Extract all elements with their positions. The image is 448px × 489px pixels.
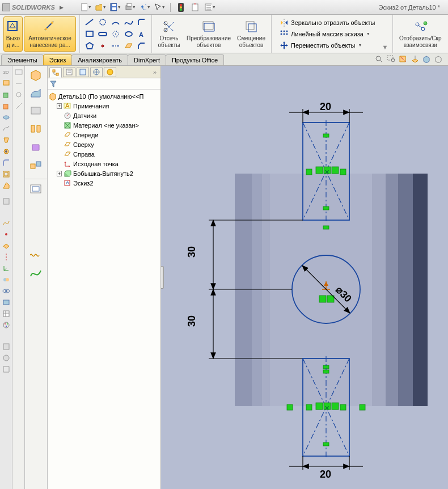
line-tool[interactable] xyxy=(83,16,96,28)
text-tool[interactable]: A xyxy=(136,28,148,40)
tree-annotations[interactable]: + A Примечания xyxy=(49,101,159,111)
panel-tab-property[interactable] xyxy=(63,67,75,77)
lt-refgeom-icon[interactable] xyxy=(1,241,11,251)
tab-analyze[interactable]: Анализировать xyxy=(71,54,128,65)
tree-boss-extrude[interactable]: + Бобышка-Вытянуть2 xyxy=(49,168,159,178)
tree-sketch2[interactable]: Эскиз2 xyxy=(49,178,159,188)
arc-tool[interactable] xyxy=(109,16,122,28)
lt-extrude-icon[interactable] xyxy=(1,90,11,100)
lt-point-icon[interactable] xyxy=(1,229,11,239)
fm-drawing-icon[interactable] xyxy=(27,182,45,197)
lt-bottom3-icon[interactable] xyxy=(1,364,11,374)
fillet-tool[interactable] xyxy=(136,16,148,28)
lt-more1-icon[interactable] xyxy=(1,196,11,206)
menu-chevron-icon[interactable]: ▶ xyxy=(60,5,64,10)
panel-filter-bar[interactable] xyxy=(48,78,160,90)
tree-right-plane[interactable]: Справа xyxy=(49,149,159,159)
select-button[interactable]: ▼ xyxy=(154,2,166,12)
zoom-fit-icon[interactable] xyxy=(375,55,385,64)
chamfer-tool[interactable] xyxy=(136,40,148,52)
save-button[interactable]: ▼ xyxy=(110,2,121,12)
lt-coord-icon[interactable] xyxy=(1,263,11,273)
panel-expand-icon[interactable]: » xyxy=(151,69,159,75)
l2-1[interactable] xyxy=(14,67,24,77)
lt-cut-icon[interactable] xyxy=(1,101,11,111)
linear-pattern-button[interactable]: Линейный массив эскиза▼ xyxy=(277,29,377,39)
tree-front-plane[interactable]: Спереди xyxy=(49,130,159,140)
exit-sketch-button[interactable]: Выхо д и... xyxy=(3,16,23,52)
lt-eval-icon[interactable] xyxy=(1,297,11,307)
section-view-icon[interactable] xyxy=(399,55,409,64)
rectangle-tool[interactable] xyxy=(83,28,96,40)
tree-root[interactable]: Деталь10 (По умолчанию<<П xyxy=(49,91,159,101)
lt-rib-icon[interactable] xyxy=(1,180,11,191)
tree-origin[interactable]: Исходная точка xyxy=(49,159,159,168)
fm-weld-icon[interactable] xyxy=(27,121,45,137)
l2-3[interactable] xyxy=(14,90,24,100)
slot-tool[interactable] xyxy=(96,28,109,40)
trim-button[interactable]: Отсечь объекты xyxy=(155,16,183,52)
lt-appearance-icon[interactable] xyxy=(1,320,11,330)
lt-fillet-icon[interactable] xyxy=(1,158,11,168)
lt-3d[interactable]: 3D xyxy=(1,67,11,77)
traffic-light-icon[interactable] xyxy=(175,2,187,12)
lt-view-icon[interactable] xyxy=(1,286,11,296)
lt-bottom1-icon[interactable] xyxy=(1,342,11,352)
centerline-tool[interactable] xyxy=(109,40,122,52)
lt-shell-icon[interactable] xyxy=(1,169,11,179)
tab-dimxpert[interactable]: DimXpert xyxy=(128,54,166,65)
fm-assy-icon[interactable] xyxy=(27,158,45,174)
panel-tab-feature-tree[interactable] xyxy=(49,68,62,78)
display-style-icon[interactable]: ▼ xyxy=(422,55,433,64)
panel-tab-display[interactable] xyxy=(104,67,116,77)
panel-tab-config[interactable] xyxy=(77,67,89,77)
point-tool[interactable] xyxy=(96,40,109,52)
l2-4[interactable] xyxy=(14,101,24,111)
lt-hole-icon[interactable] xyxy=(1,146,11,157)
circle-tool[interactable] xyxy=(96,16,109,28)
fm-solid-icon[interactable] xyxy=(27,67,45,83)
tab-sketch[interactable]: Эскиз xyxy=(43,54,72,65)
tree-sensors[interactable]: Датчики xyxy=(49,111,159,120)
smart-dimension-button[interactable]: Автоматическое нанесение ра... xyxy=(24,16,76,52)
fm-sheet-icon[interactable] xyxy=(27,103,45,119)
lt-bottom2-icon[interactable] xyxy=(1,353,11,363)
ellipse-tool[interactable] xyxy=(122,28,135,40)
lt-curve-icon[interactable] xyxy=(1,218,11,228)
offset-button[interactable]: Смещение объектов xyxy=(235,16,268,52)
open-file-button[interactable]: ▼ xyxy=(95,2,107,12)
display-relations-button[interactable]: Отобразить/Скр взаимосвязи xyxy=(396,16,444,52)
move-button[interactable]: Переместить объекты▼ xyxy=(277,40,377,50)
polygon-tool[interactable] xyxy=(83,40,96,52)
lt-axis-icon[interactable] xyxy=(1,252,11,262)
lt-revolve-icon[interactable] xyxy=(1,112,11,123)
lt-mate-icon[interactable] xyxy=(1,275,11,285)
convert-button[interactable]: Преобразование объектов xyxy=(184,16,234,52)
rebuild-button[interactable]: ▼ xyxy=(205,2,216,12)
zoom-area-icon[interactable] xyxy=(387,55,397,64)
spline-tool[interactable] xyxy=(122,16,135,28)
fm-spline-icon[interactable] xyxy=(27,265,45,281)
tree-material[interactable]: Материал <не указан> xyxy=(49,120,159,130)
lt-table-icon[interactable] xyxy=(1,309,11,319)
fm-surface-icon[interactable] xyxy=(27,85,45,101)
panel-tab-dimxpert[interactable] xyxy=(90,67,103,77)
undo-button[interactable]: ▼ xyxy=(140,2,151,12)
lt-sweep-icon[interactable] xyxy=(1,124,11,134)
tab-office[interactable]: Продукты Office xyxy=(166,54,224,65)
options-button[interactable] xyxy=(190,2,201,12)
tab-elements[interactable]: Элементы xyxy=(1,54,44,65)
new-file-button[interactable]: ▼ xyxy=(81,2,92,12)
lt-loft-icon[interactable] xyxy=(1,135,11,145)
graphics-area[interactable]: ✕ 20 ⌀30 xyxy=(161,66,448,489)
view-orientation-icon[interactable] xyxy=(411,55,421,64)
perimeter-circle-tool[interactable] xyxy=(109,28,122,40)
plane-tool[interactable] xyxy=(122,40,135,52)
mirror-button[interactable]: Зеркально отразить объекты xyxy=(277,18,377,28)
hide-show-icon[interactable]: ▼ xyxy=(434,55,445,64)
tree-top-plane[interactable]: Сверху xyxy=(49,140,159,149)
fm-mold-icon[interactable] xyxy=(27,140,45,155)
lt-features-icon[interactable] xyxy=(1,78,11,88)
fm-wave-icon[interactable] xyxy=(27,247,45,263)
l2-2[interactable] xyxy=(14,78,24,88)
